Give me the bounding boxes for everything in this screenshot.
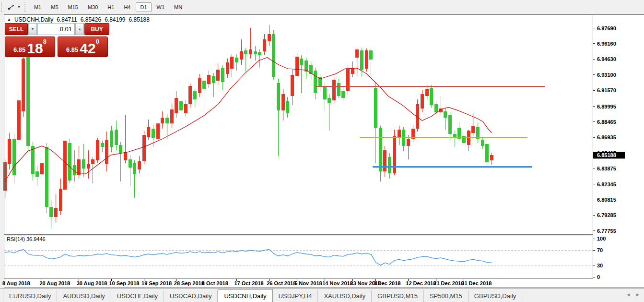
tab-usdjpy-h4[interactable]: USDJPY,H4 (273, 290, 318, 302)
svg-text:26 Oct 2018: 26 Oct 2018 (267, 280, 296, 286)
volume-decrease-button[interactable]: ▼ (28, 23, 37, 35)
sell-price-button[interactable]: 6.85 18 8 (5, 36, 55, 57)
svg-text:19 Sep 2018: 19 Sep 2018 (141, 280, 172, 286)
svg-text:6.89995: 6.89995 (597, 104, 616, 109)
tab-scroll-left-icon[interactable]: ◄ (626, 292, 631, 297)
buy-button[interactable]: BUY (84, 23, 109, 35)
tab-usdcnh-daily[interactable]: USDCNH,Daily (218, 289, 272, 302)
svg-text:14 Nov 2018: 14 Nov 2018 (322, 280, 353, 286)
svg-text:6.88465: 6.88465 (597, 119, 616, 125)
svg-text:8 Oct 2018: 8 Oct 2018 (202, 280, 228, 286)
chart-low: 6.84199 (105, 16, 125, 23)
svg-text:6.97690: 6.97690 (597, 25, 616, 31)
svg-text:3 Dec 2018: 3 Dec 2018 (374, 280, 401, 286)
svg-text:30 Aug 2018: 30 Aug 2018 (77, 280, 107, 286)
svg-text:6.86935: 6.86935 (597, 134, 616, 140)
svg-text:10 Sep 2018: 10 Sep 2018 (109, 280, 139, 286)
svg-text:20 Aug 2018: 20 Aug 2018 (39, 280, 70, 286)
svg-text:31 Dec 2018: 31 Dec 2018 (461, 280, 492, 286)
svg-text:100: 100 (597, 236, 606, 242)
one-click-trading-panel: SELL ▼ 0.01 ▲ BUY 6.85 18 8 6.85 42 0 (5, 23, 109, 57)
tab-scroll-right-icon[interactable]: ► (635, 292, 640, 297)
tab-eurusd-daily[interactable]: EURUSD,Daily (3, 290, 57, 302)
tab-usdchf-daily[interactable]: USDCHF,Daily (111, 290, 164, 302)
svg-text:6.82345: 6.82345 (597, 181, 616, 187)
svg-text:70: 70 (597, 247, 603, 253)
buy-price-button[interactable]: 6.85 42 0 (58, 36, 108, 57)
volume-input[interactable]: 0.01 (37, 23, 75, 35)
tab-usdcad-daily[interactable]: USDCAD,Daily (164, 290, 218, 302)
tab-audusd-daily[interactable]: AUDUSD,Daily (57, 290, 111, 302)
svg-text:6.80815: 6.80815 (597, 197, 616, 203)
volume-increase-button[interactable]: ▲ (75, 23, 84, 35)
svg-text:30: 30 (597, 263, 603, 268)
buy-price-big: 42 (80, 42, 95, 56)
sell-price-sup: 8 (43, 38, 47, 45)
tab-scroll-arrows: ◄ ► (626, 292, 640, 297)
chart-open: 6.84711 (57, 16, 77, 23)
sell-price-big: 18 (27, 42, 43, 56)
svg-text:6.79285: 6.79285 (597, 212, 616, 218)
tab-sp500-m15[interactable]: SP500,M15 (424, 290, 468, 302)
rsi-indicator-label: RSI(14) 36.9446 (7, 236, 46, 242)
svg-text:0: 0 (597, 274, 600, 280)
tab-gbpusd-daily[interactable]: GBPUSD,Daily (468, 290, 522, 302)
chart-symbol-period: USDCNH,Daily (14, 16, 53, 23)
chart-header: ▲ USDCNH,Daily 6.84711 6.85426 6.84199 6… (7, 16, 150, 23)
sell-price-prefix: 6.85 (13, 46, 25, 53)
sell-button[interactable]: SELL (5, 23, 28, 35)
svg-text:6.83875: 6.83875 (597, 166, 616, 171)
svg-text:6.77755: 6.77755 (597, 228, 616, 234)
svg-text:8 Aug 2018: 8 Aug 2018 (2, 280, 30, 286)
tab-gbpusd-m15[interactable]: GBPUSD,M15 (372, 290, 424, 302)
svg-text:6.94630: 6.94630 (597, 56, 616, 62)
svg-text:17 Oct 2018: 17 Oct 2018 (234, 280, 264, 286)
svg-text:5 Nov 2018: 5 Nov 2018 (294, 280, 322, 286)
mt4-terminal: ▼ M1 M5 M15 M30 H1 H4 D1 W1 MN 6.976906.… (0, 0, 644, 302)
buy-price-prefix: 6.85 (66, 46, 78, 53)
chart-high: 6.85426 (81, 16, 101, 23)
collapse-one-click-icon[interactable]: ▲ (7, 18, 11, 22)
svg-text:28 Sep 2018: 28 Sep 2018 (174, 280, 204, 286)
svg-text:12 Dec 2018: 12 Dec 2018 (406, 280, 436, 286)
tab-xauusd-daily[interactable]: XAUUSD,Daily (318, 290, 372, 302)
svg-text:6.93100: 6.93100 (597, 72, 616, 78)
buy-price-sup: 0 (96, 38, 99, 45)
svg-text:6.91570: 6.91570 (597, 87, 616, 93)
svg-text:6.85188: 6.85188 (597, 152, 616, 158)
svg-text:21 Dec 2018: 21 Dec 2018 (433, 280, 464, 286)
chart-close: 6.85188 (129, 16, 150, 23)
svg-text:6.96160: 6.96160 (597, 41, 616, 47)
chart-tabs-bar: EURUSD,Daily AUDUSD,Daily USDCHF,Daily U… (0, 288, 644, 302)
